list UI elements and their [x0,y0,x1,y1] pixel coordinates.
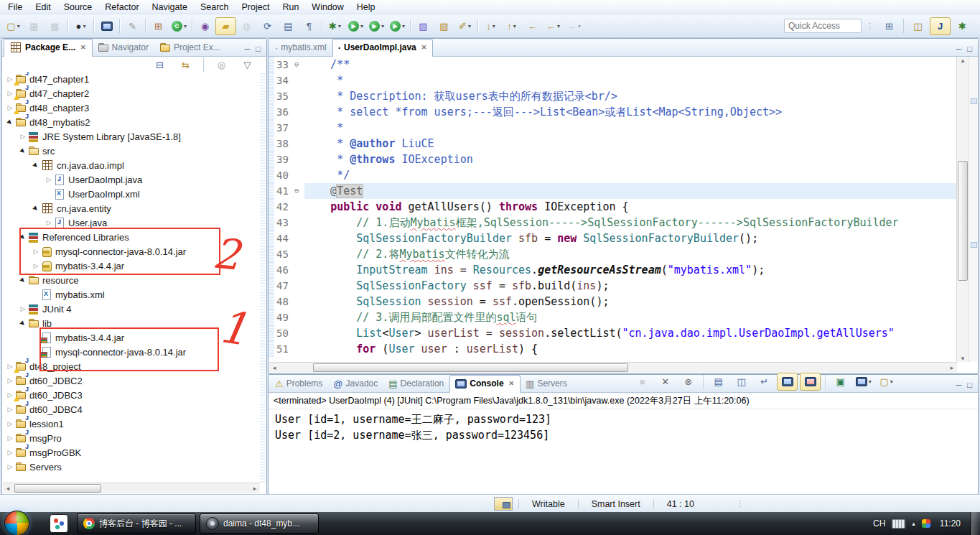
menu-edit[interactable]: Edit [29,1,57,14]
code-text[interactable]: SqlSessionFactoryBuilder sfb = new SqlSe… [304,231,957,246]
word-wrap-button[interactable]: ↵ [754,373,775,391]
tree-item-user-java[interactable]: ▷User.java [2,215,260,230]
clear-console-button[interactable]: ▤ [708,373,729,391]
tree-item-src[interactable]: ▶src [2,144,260,158]
mark-occurrences-button[interactable]: ▰ [215,17,236,35]
tree-item-mysql-connector-java-8-0-14-jar[interactable]: mysql-connector-java-8.0.14.jar [2,345,260,359]
open-console-button[interactable]: ▢▾ [876,373,897,391]
code-text[interactable]: public void getAllUsers() throws IOExcep… [304,199,957,215]
taskbar-task-[interactable]: 博客后台 - 博客园 - ... [77,513,196,534]
keyboard-icon[interactable] [892,519,905,529]
collapse-arrow-icon[interactable]: ▶ [30,203,42,214]
code-text[interactable]: * [304,120,957,136]
new-java-project-button[interactable]: ⊞ [148,17,169,35]
link-with-editor-button[interactable]: ⇆ [175,56,196,74]
menu-run[interactable]: Run [276,1,305,14]
display-console-button[interactable]: ▾ [853,373,874,391]
tree-item-mybatis-3-4-4-jar[interactable]: mybatis-3.4.4.jar [2,330,260,345]
collapse-arrow-icon[interactable]: ▶ [17,274,29,286]
minimize-icon[interactable]: ─ [956,45,962,53]
open-console-view-button[interactable] [96,17,117,35]
scroll-left-icon[interactable]: ◂ [3,485,13,492]
last-edit-location-button[interactable]: ← [522,17,543,35]
tree-item-lib[interactable]: ▶lib [2,316,260,330]
collapse-arrow-icon[interactable]: ▶ [30,159,42,171]
fold-marker-icon[interactable]: ⊖ [294,57,299,73]
code-text[interactable]: /** [304,57,957,73]
expand-arrow-icon[interactable]: ▷ [31,262,41,269]
expand-arrow-icon[interactable]: ▷ [5,420,15,427]
fold-marker-icon[interactable]: ⊖ [294,183,299,199]
open-type-button[interactable]: ▨ [413,17,434,35]
code-editor[interactable]: 33⊖ /**34 *35 * Description: 获取users表中的所… [269,57,957,362]
tab-problems[interactable]: ⚠Problems [270,376,328,392]
refresh-button[interactable]: ⟳ [257,17,278,35]
tree-item-dt60-jdbc2[interactable]: ▷Jdt60_JDBC2 [2,373,260,388]
collapse-arrow-icon[interactable]: ▶ [17,317,29,329]
previous-annotation-button[interactable]: ↑▾ [501,17,522,35]
dropdown-arrow-icon[interactable]: ▾ [578,23,581,29]
tree-item-msgpro[interactable]: ▷JmsgPro [2,431,260,445]
menu-source[interactable]: Source [57,1,99,14]
expand-arrow-icon[interactable]: ▷ [5,463,15,470]
tree-item-dt60-jdbc4[interactable]: ▷Jdt60_JDBC4 [2,402,260,417]
scroll-right-icon[interactable]: ▸ [250,485,260,492]
clock[interactable]: 11:20 [937,518,963,529]
code-text[interactable]: // 3.调用局部配置文件里的sql语句 [304,310,957,325]
code-text[interactable]: for (User user : userList) { [304,341,957,357]
tree-item-dt47-chapter2[interactable]: ▷Jdt47_chapter2 [2,86,260,101]
debug-perspective-button[interactable]: ✱ [952,17,973,35]
next-annotation-button[interactable]: ↓▾ [480,17,501,35]
start-button[interactable] [4,511,29,535]
code-text[interactable]: // 1.启动Mybatis框架,SqlSession----->SqlSess… [304,215,957,231]
dropdown-arrow-icon[interactable]: ▾ [402,23,405,29]
dropdown-arrow-icon[interactable]: ▾ [493,23,495,29]
code-text[interactable]: // 2.将Mybatis文件转化为流 [304,246,957,262]
dropdown-arrow-icon[interactable]: ▾ [869,378,872,385]
collapse-all-button[interactable]: ⊟ [149,56,170,74]
code-text[interactable]: InputStream ins = Resources.getResourceA… [304,262,957,278]
tree-item-resource[interactable]: ▶resource [2,273,260,287]
open-task-button[interactable]: ◉ [195,17,215,35]
code-text[interactable]: * @author LiuCE [304,136,957,152]
expand-arrow-icon[interactable]: ▷ [18,133,28,140]
scroll-down-icon[interactable]: ▾ [957,355,969,362]
scroll-right-icon[interactable]: ▸ [947,364,957,371]
menu-project[interactable]: Project [235,1,276,14]
dropdown-arrow-icon[interactable]: ▾ [890,378,893,385]
tree-item-lession1[interactable]: ▷Jlession1 [2,417,260,431]
tree-item-jre-system-library-javase-1-8[interactable]: ▷JRE System Library [JavaSE-1.8] [2,129,260,144]
editor-horizontal-scrollbar[interactable]: ◂ ▸ [269,362,957,373]
menu-help[interactable]: Help [350,1,382,14]
open-perspective-button[interactable]: ⊞ [879,17,900,35]
dropdown-arrow-icon[interactable]: ▾ [557,23,560,29]
tree-item-servers[interactable]: ▷Servers [2,460,260,474]
tab-mybatis-xml[interactable]: ·mybatis.xml [270,39,332,56]
tree-vertical-scrollbar[interactable] [260,72,266,483]
show-whitespace-button[interactable]: ¶ [299,17,319,35]
tree-item-dt60-jdbc3[interactable]: ▷Jdt60_JDBC3 [2,388,260,402]
expand-arrow-icon[interactable]: ▷ [5,449,15,456]
tree-item-cn-java-entity[interactable]: ▶cn.java.entity [2,201,260,215]
expand-arrow-icon[interactable]: ▷ [44,176,54,183]
focus-button[interactable]: ◎ [211,56,232,74]
code-text[interactable]: @Test [304,183,957,199]
tree-item-cn-java-dao-impl[interactable]: ▶cn.java.dao.impl [2,158,260,172]
show-desktop-button[interactable] [971,512,980,535]
dropdown-arrow-icon[interactable]: ▾ [360,23,363,29]
scroll-thumb[interactable] [313,363,628,372]
expand-arrow-icon[interactable]: ▷ [5,434,15,442]
tree-horizontal-scrollbar[interactable]: ◂ ▸ [3,483,260,493]
tab-project-ex[interactable]: Project Ex... [154,39,226,56]
javaee-perspective-button[interactable]: ◫ [907,17,928,35]
expand-arrow-icon[interactable]: ▷ [44,219,54,226]
remove-launch-button[interactable]: ✕ [655,373,676,391]
dropdown-arrow-icon[interactable]: ▾ [83,23,85,29]
tree-item-junit-4[interactable]: ▷JUnit 4 [2,302,260,316]
menu-window[interactable]: Window [305,1,350,14]
run-button[interactable]: ▶▾ [345,17,366,35]
back-button[interactable]: ←▾ [543,17,564,35]
close-icon[interactable]: ✕ [421,44,427,51]
dropdown-arrow-icon[interactable]: ▾ [17,23,20,29]
code-text[interactable]: SqlSessionFactory ssf = sfb.build(ins); [304,278,957,294]
